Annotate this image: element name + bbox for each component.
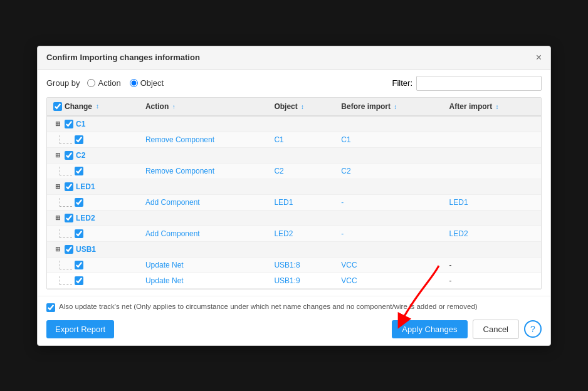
select-all-checkbox[interactable] (53, 102, 62, 111)
radio-object[interactable]: Object (130, 78, 164, 88)
col-object-sort[interactable]: ↕ (301, 103, 304, 110)
export-report-button[interactable]: Export Report (46, 320, 114, 338)
tree-indent: ⊞ C2 (53, 151, 133, 160)
empty-cell (139, 116, 268, 132)
empty-cell (139, 241, 268, 257)
also-update-area: Also update track's net (Only applies to… (46, 303, 542, 312)
also-update-checkbox[interactable] (46, 303, 55, 312)
header-row: Change ↕ Action ↑ Object ↕ (47, 98, 541, 116)
help-button[interactable]: ? (524, 320, 542, 338)
col-before-sort[interactable]: ↕ (394, 103, 397, 110)
empty-cell (268, 147, 335, 163)
expand-icon[interactable]: ⊞ (53, 246, 62, 253)
expand-icon[interactable]: ⊞ (53, 120, 62, 127)
table-row: Add ComponentLED2-LED2 (47, 226, 541, 241)
child-change-cell (47, 163, 139, 179)
right-buttons: Apply Changes Cancel ? (392, 320, 542, 339)
empty-cell (335, 241, 443, 257)
expand-icon[interactable]: ⊞ (53, 214, 62, 221)
col-after-label: After import (449, 102, 493, 111)
table-row: ⊞ USB1 (47, 241, 541, 257)
group-checkbox[interactable] (65, 214, 73, 222)
col-action: Action ↑ (139, 98, 268, 116)
col-object-label: Object (274, 102, 297, 111)
changes-table: Change ↕ Action ↑ Object ↕ (47, 98, 541, 289)
table-row: Update NetUSB1:8VCC- (47, 257, 541, 273)
col-after: After import ↕ (443, 98, 541, 116)
radio-object-label: Object (140, 78, 164, 88)
child-action-cell: Add Component (139, 194, 268, 210)
group-id: C1 (76, 120, 85, 128)
close-button[interactable]: × (536, 53, 542, 63)
empty-cell (139, 147, 268, 163)
tree-line (60, 276, 72, 285)
toolbar: Group by Action Object Filter: (46, 76, 542, 91)
empty-cell (443, 116, 541, 132)
child-before-cell: C2 (335, 163, 443, 179)
tree-line (60, 261, 72, 269)
child-object-cell: USB1:9 (268, 273, 335, 288)
col-before-label: Before import (341, 102, 391, 111)
col-object: Object ↕ (268, 98, 335, 116)
child-checkbox[interactable] (75, 276, 83, 285)
cancel-button[interactable]: Cancel (473, 320, 519, 339)
child-checkbox[interactable] (75, 135, 83, 144)
expand-icon[interactable]: ⊞ (53, 152, 62, 159)
col-before: Before import ↕ (335, 98, 443, 116)
group-cell: ⊞ C1 (47, 116, 139, 132)
child-checkbox[interactable] (75, 198, 83, 207)
empty-cell (335, 147, 443, 163)
expand-icon[interactable]: ⊞ (53, 183, 62, 190)
group-id: LED1 (76, 182, 95, 191)
group-checkbox[interactable] (65, 245, 73, 254)
child-change-cell (47, 273, 139, 288)
filter-input[interactable] (416, 76, 542, 91)
group-by-label: Group by (46, 78, 80, 88)
col-change-label: Change (65, 102, 92, 111)
group-id: USB1 (76, 245, 96, 254)
empty-cell (268, 116, 335, 132)
child-checkbox[interactable] (75, 229, 83, 238)
empty-cell (335, 179, 443, 194)
child-checkbox[interactable] (75, 167, 83, 175)
child-after-cell (443, 163, 541, 179)
child-action-cell: Add Component (139, 226, 268, 241)
group-checkbox[interactable] (65, 182, 73, 191)
child-change-cell (47, 226, 139, 241)
child-after-cell: - (443, 257, 541, 273)
radio-object-input[interactable] (130, 79, 138, 87)
group-cell: ⊞ C2 (47, 147, 139, 163)
col-after-sort[interactable]: ↕ (496, 103, 499, 110)
col-change-sort[interactable]: ↕ (96, 103, 99, 110)
dialog-body: Group by Action Object Filter: (38, 70, 550, 296)
col-action-label: Action (145, 102, 169, 111)
child-before-cell: C1 (335, 132, 443, 147)
tree-line (60, 167, 72, 175)
action-buttons: Export Report Apply Changes Cancel ? (46, 320, 542, 339)
table-row: ⊞ LED1 (47, 179, 541, 194)
col-action-sort[interactable]: ↑ (172, 103, 176, 110)
radio-action-input[interactable] (87, 79, 95, 87)
radio-action[interactable]: Action (87, 78, 120, 88)
child-checkbox[interactable] (75, 261, 83, 269)
table-row: ⊞ LED2 (47, 210, 541, 226)
table-row: Remove ComponentC1C1 (47, 132, 541, 147)
table-head: Change ↕ Action ↑ Object ↕ (47, 98, 541, 116)
tree-indent: ⊞ C1 (53, 120, 133, 128)
apply-changes-button[interactable]: Apply Changes (392, 320, 467, 338)
dialog-header: Confirm Importing changes information × (38, 46, 550, 70)
child-after-cell (443, 132, 541, 147)
child-action-cell: Remove Component (139, 132, 268, 147)
child-object-cell: USB1:8 (268, 257, 335, 273)
child-action-cell: Update Net (139, 273, 268, 288)
group-checkbox[interactable] (65, 151, 73, 160)
tree-indent: ⊞ USB1 (53, 245, 133, 254)
table-row: Remove ComponentC2C2 (47, 163, 541, 179)
group-by-area: Group by Action Object (46, 78, 164, 88)
group-cell: ⊞ LED2 (47, 210, 139, 226)
group-checkbox[interactable] (65, 120, 73, 128)
tree-line (60, 198, 72, 207)
empty-cell (268, 241, 335, 257)
child-change-cell (47, 194, 139, 210)
dialog-title: Confirm Importing changes information (46, 53, 200, 62)
